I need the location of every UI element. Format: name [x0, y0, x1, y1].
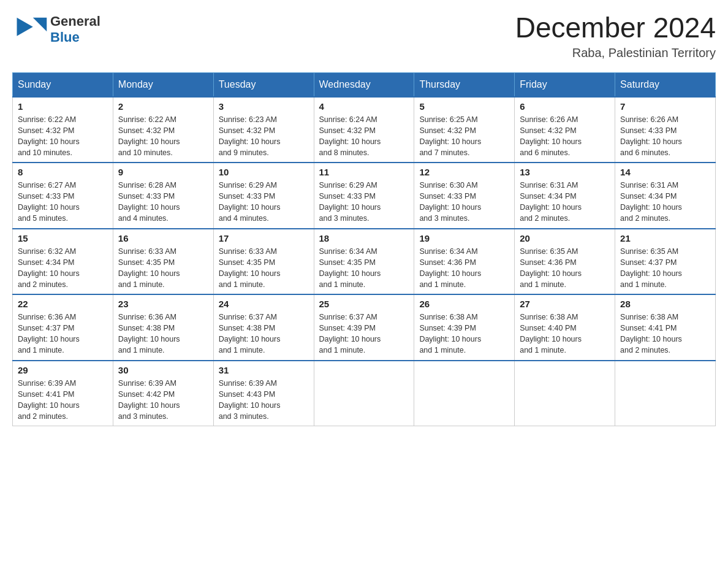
weekday-header-thursday: Thursday — [414, 72, 515, 97]
calendar-cell: 24Sunrise: 6:37 AMSunset: 4:38 PMDayligh… — [213, 294, 314, 361]
day-number: 16 — [118, 233, 208, 243]
calendar-cell: 9Sunrise: 6:28 AMSunset: 4:33 PMDaylight… — [113, 163, 213, 229]
day-info: Sunrise: 6:35 AMSunset: 4:37 PMDaylight:… — [620, 246, 710, 291]
day-info: Sunrise: 6:22 AMSunset: 4:32 PMDaylight:… — [118, 114, 208, 159]
day-info: Sunrise: 6:34 AMSunset: 4:35 PMDaylight:… — [319, 246, 409, 291]
day-info: Sunrise: 6:27 AMSunset: 4:33 PMDaylight:… — [18, 180, 108, 224]
svg-marker-1 — [33, 18, 47, 32]
day-number: 5 — [419, 101, 509, 112]
calendar-cell: 3Sunrise: 6:23 AMSunset: 4:32 PMDaylight… — [213, 97, 314, 163]
day-info: Sunrise: 6:25 AMSunset: 4:32 PMDaylight:… — [419, 114, 509, 159]
day-number: 30 — [118, 365, 208, 375]
calendar-cell: 7Sunrise: 6:26 AMSunset: 4:33 PMDaylight… — [615, 97, 716, 163]
calendar-cell: 8Sunrise: 6:27 AMSunset: 4:33 PMDaylight… — [13, 163, 113, 229]
calendar-cell: 1Sunrise: 6:22 AMSunset: 4:32 PMDaylight… — [13, 97, 113, 163]
calendar-week-row: 29Sunrise: 6:39 AMSunset: 4:41 PMDayligh… — [13, 361, 716, 426]
day-info: Sunrise: 6:37 AMSunset: 4:39 PMDaylight:… — [319, 312, 409, 356]
day-number: 19 — [419, 233, 509, 243]
day-number: 24 — [219, 299, 309, 309]
logo-blue-text: Blue — [50, 29, 100, 45]
calendar-cell: 2Sunrise: 6:22 AMSunset: 4:32 PMDaylight… — [113, 97, 213, 163]
day-info: Sunrise: 6:36 AMSunset: 4:37 PMDaylight:… — [18, 312, 108, 356]
weekday-header-friday: Friday — [515, 72, 615, 97]
day-number: 14 — [620, 167, 710, 177]
day-number: 31 — [219, 365, 309, 375]
day-info: Sunrise: 6:38 AMSunset: 4:40 PMDaylight:… — [520, 312, 610, 356]
day-number: 13 — [520, 167, 610, 177]
calendar-cell: 28Sunrise: 6:38 AMSunset: 4:41 PMDayligh… — [615, 294, 716, 361]
calendar-cell: 22Sunrise: 6:36 AMSunset: 4:37 PMDayligh… — [13, 294, 113, 361]
day-number: 2 — [118, 101, 208, 112]
day-info: Sunrise: 6:26 AMSunset: 4:32 PMDaylight:… — [520, 114, 610, 159]
weekday-header-monday: Monday — [113, 72, 213, 97]
day-number: 28 — [620, 299, 710, 309]
weekday-header-wednesday: Wednesday — [314, 72, 414, 97]
day-info: Sunrise: 6:39 AMSunset: 4:41 PMDaylight:… — [18, 378, 108, 423]
day-number: 22 — [18, 299, 108, 309]
day-info: Sunrise: 6:26 AMSunset: 4:33 PMDaylight:… — [620, 114, 710, 159]
day-info: Sunrise: 6:32 AMSunset: 4:34 PMDaylight:… — [18, 246, 108, 291]
calendar-cell: 19Sunrise: 6:34 AMSunset: 4:36 PMDayligh… — [414, 229, 515, 295]
calendar-cell: 12Sunrise: 6:30 AMSunset: 4:33 PMDayligh… — [414, 163, 515, 229]
logo-icon — [12, 12, 49, 46]
day-info: Sunrise: 6:33 AMSunset: 4:35 PMDaylight:… — [118, 246, 208, 291]
day-number: 23 — [118, 299, 208, 309]
day-number: 26 — [419, 299, 509, 309]
weekday-header-saturday: Saturday — [615, 72, 716, 97]
day-number: 7 — [620, 101, 710, 112]
page-header: General Blue December 2024 Raba, Palesti… — [12, 12, 716, 60]
calendar-cell: 15Sunrise: 6:32 AMSunset: 4:34 PMDayligh… — [13, 229, 113, 295]
calendar-week-row: 8Sunrise: 6:27 AMSunset: 4:33 PMDaylight… — [13, 163, 716, 229]
calendar-cell — [414, 361, 515, 426]
day-info: Sunrise: 6:34 AMSunset: 4:36 PMDaylight:… — [419, 246, 509, 291]
day-info: Sunrise: 6:22 AMSunset: 4:32 PMDaylight:… — [18, 114, 108, 159]
day-number: 10 — [219, 167, 309, 177]
day-number: 17 — [219, 233, 309, 243]
weekday-header-sunday: Sunday — [13, 72, 113, 97]
calendar-cell: 14Sunrise: 6:31 AMSunset: 4:34 PMDayligh… — [615, 163, 716, 229]
calendar-cell: 5Sunrise: 6:25 AMSunset: 4:32 PMDaylight… — [414, 97, 515, 163]
logo: General Blue — [12, 12, 100, 46]
day-info: Sunrise: 6:31 AMSunset: 4:34 PMDaylight:… — [620, 180, 710, 224]
day-info: Sunrise: 6:35 AMSunset: 4:36 PMDaylight:… — [520, 246, 610, 291]
day-number: 21 — [620, 233, 710, 243]
calendar-cell: 11Sunrise: 6:29 AMSunset: 4:33 PMDayligh… — [314, 163, 414, 229]
weekday-header-tuesday: Tuesday — [213, 72, 314, 97]
calendar-cell: 21Sunrise: 6:35 AMSunset: 4:37 PMDayligh… — [615, 229, 716, 295]
calendar-week-row: 1Sunrise: 6:22 AMSunset: 4:32 PMDaylight… — [13, 97, 716, 163]
calendar-week-row: 15Sunrise: 6:32 AMSunset: 4:34 PMDayligh… — [13, 229, 716, 295]
day-info: Sunrise: 6:23 AMSunset: 4:32 PMDaylight:… — [219, 114, 309, 159]
day-info: Sunrise: 6:39 AMSunset: 4:43 PMDaylight:… — [219, 378, 309, 423]
day-number: 8 — [18, 167, 108, 177]
calendar-cell: 27Sunrise: 6:38 AMSunset: 4:40 PMDayligh… — [515, 294, 615, 361]
calendar-cell: 13Sunrise: 6:31 AMSunset: 4:34 PMDayligh… — [515, 163, 615, 229]
day-number: 4 — [319, 101, 409, 112]
calendar-cell: 29Sunrise: 6:39 AMSunset: 4:41 PMDayligh… — [13, 361, 113, 426]
calendar-cell: 20Sunrise: 6:35 AMSunset: 4:36 PMDayligh… — [515, 229, 615, 295]
svg-marker-0 — [17, 18, 33, 36]
day-number: 20 — [520, 233, 610, 243]
day-number: 3 — [219, 101, 309, 112]
day-number: 1 — [18, 101, 108, 112]
day-number: 9 — [118, 167, 208, 177]
day-info: Sunrise: 6:24 AMSunset: 4:32 PMDaylight:… — [319, 114, 409, 159]
calendar-cell: 18Sunrise: 6:34 AMSunset: 4:35 PMDayligh… — [314, 229, 414, 295]
day-number: 27 — [520, 299, 610, 309]
month-title: December 2024 — [515, 12, 716, 44]
day-number: 12 — [419, 167, 509, 177]
day-info: Sunrise: 6:28 AMSunset: 4:33 PMDaylight:… — [118, 180, 208, 224]
day-info: Sunrise: 6:38 AMSunset: 4:41 PMDaylight:… — [620, 312, 710, 356]
calendar-cell: 6Sunrise: 6:26 AMSunset: 4:32 PMDaylight… — [515, 97, 615, 163]
logo-general-text: General — [50, 13, 100, 29]
calendar-cell: 17Sunrise: 6:33 AMSunset: 4:35 PMDayligh… — [213, 229, 314, 295]
calendar-cell: 26Sunrise: 6:38 AMSunset: 4:39 PMDayligh… — [414, 294, 515, 361]
day-info: Sunrise: 6:29 AMSunset: 4:33 PMDaylight:… — [319, 180, 409, 224]
calendar-cell — [615, 361, 716, 426]
day-info: Sunrise: 6:37 AMSunset: 4:38 PMDaylight:… — [219, 312, 309, 356]
calendar-cell: 10Sunrise: 6:29 AMSunset: 4:33 PMDayligh… — [213, 163, 314, 229]
day-number: 15 — [18, 233, 108, 243]
day-number: 6 — [520, 101, 610, 112]
day-number: 29 — [18, 365, 108, 375]
day-info: Sunrise: 6:33 AMSunset: 4:35 PMDaylight:… — [219, 246, 309, 291]
calendar-cell — [314, 361, 414, 426]
